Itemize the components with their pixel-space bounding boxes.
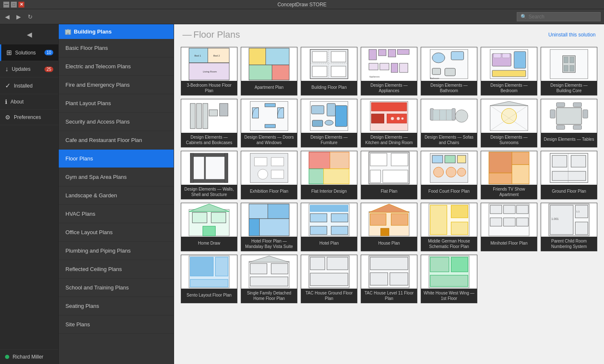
grid-item-3[interactable]: Building Floor Plan — [301, 47, 357, 96]
uninstall-link[interactable]: Uninstall this solution — [548, 32, 596, 38]
grid-item-18[interactable]: Flat Plan — [361, 151, 417, 199]
nav-item-cafe[interactable]: Cafe and Restaurant Floor Plan — [59, 131, 174, 150]
grid-item-31[interactable]: TAC House Ground Floor Plan — [301, 255, 357, 303]
sidebar-item-about[interactable]: ℹ About — [0, 94, 58, 110]
grid-item-24[interactable]: Hotel Plan — [301, 203, 357, 251]
grid-item-26[interactable]: Middle German House Schematic Floor Plan — [421, 203, 477, 251]
nav-item-plumbing[interactable]: Plumbing and Piping Plans — [59, 242, 174, 260]
nav-item-office[interactable]: Office Layout Plans — [59, 223, 174, 242]
grid-item-13[interactable]: Design Elements — Sunrooms — [481, 99, 537, 147]
grid-item-22[interactable]: Home Draw — [181, 203, 237, 251]
grid-item-28[interactable]: 1.0011.1Parent Child Room Numbering Syst… — [541, 203, 597, 251]
grid-item-15[interactable]: Design Elements — Walls, Shell and Struc… — [181, 151, 237, 199]
svg-rect-82 — [557, 108, 582, 124]
back-button[interactable]: ◀ — [3, 12, 11, 22]
nav-item-seating[interactable]: Seating Plans — [59, 297, 174, 315]
grid-item-preview-7 — [541, 47, 597, 81]
sidebar-item-solutions[interactable]: ⊞ Solutions 10 — [0, 44, 58, 61]
search-input[interactable] — [528, 14, 596, 20]
nav-item-hvac[interactable]: HVAC Plans — [59, 205, 174, 223]
grid-item-label-26: Middle German House Schematic Floor Plan — [421, 237, 477, 251]
grid-item-12[interactable]: Design Elements — Sofas and Chairs — [421, 99, 477, 147]
nav-item-fire[interactable]: Fire and Emergency Plans — [59, 76, 174, 94]
sidebar-item-updates[interactable]: ↓ Updates 25 — [0, 61, 58, 77]
grid-item-label-10: Design Elements — Furniture — [301, 133, 357, 147]
grid-item-5[interactable]: BathroomDesign Elements — Bathroom — [421, 47, 477, 96]
svg-marker-78 — [490, 101, 528, 106]
close-button[interactable]: ✕ — [18, 2, 24, 8]
grid-item-33[interactable]: White House West Wing — 1st Floor — [421, 255, 477, 303]
grid-item-label-9: Design Elements — Doors and Windows — [241, 133, 297, 147]
maximize-button[interactable]: □ — [11, 2, 17, 8]
grid-item-2[interactable]: Apartment Plan — [241, 47, 297, 96]
nav-item-electric[interactable]: Electric and Telecom Plans — [59, 57, 174, 76]
svg-rect-176 — [327, 257, 348, 270]
grid-item-25[interactable]: House Plan — [361, 203, 417, 251]
sidebar-item-preferences[interactable]: ⚙ Preferences — [0, 110, 58, 125]
svg-rect-121 — [489, 173, 512, 184]
grid-item-8[interactable]: Design Elements — Cabinets and Bookcases — [181, 99, 237, 147]
svg-rect-156 — [490, 218, 502, 226]
grid-item-label-12: Design Elements — Sofas and Chairs — [421, 133, 477, 147]
svg-rect-24 — [369, 63, 378, 70]
minimize-button[interactable]: — — [3, 2, 9, 8]
sidebar-item-back[interactable]: ◀ — [0, 24, 58, 44]
grid-item-20[interactable]: Friends TV Show Apartment — [481, 151, 537, 199]
grid-item-29[interactable]: Sento Layout Floor Plan — [181, 255, 237, 303]
grid-item-4[interactable]: AppliancesDesign Elements — Appliances — [361, 47, 417, 96]
nav-item-security[interactable]: Security and Access Plans — [59, 113, 174, 131]
forward-button[interactable]: ▶ — [15, 12, 23, 22]
grid-item-27[interactable]: Minihotel Floor Plan — [481, 203, 537, 251]
svg-rect-23 — [398, 49, 409, 54]
grid-item-label-11: Design Elements — Kitchen and Dining Roo… — [361, 133, 417, 147]
svg-rect-50 — [209, 110, 218, 116]
grid-item-30[interactable]: Single Family Detached Home Floor Plan — [241, 255, 297, 303]
svg-point-114 — [434, 167, 444, 177]
svg-rect-113 — [458, 155, 466, 163]
svg-rect-86 — [573, 103, 582, 107]
grid-item-14[interactable]: Design Elements — Tables — [541, 99, 597, 147]
refresh-button[interactable]: ↻ — [26, 12, 34, 22]
svg-rect-26 — [391, 63, 398, 72]
sidebar-item-installed[interactable]: ✓ Installed — [0, 77, 58, 94]
grid-item-label-1: 3-Bedroom House Floor Plan — [181, 81, 237, 95]
grid-item-preview-14 — [541, 99, 597, 133]
svg-rect-31 — [451, 52, 464, 60]
grid-item-preview-9 — [241, 99, 297, 133]
svg-rect-119 — [512, 152, 529, 165]
search-icon: 🔍 — [521, 14, 527, 20]
grid-item-7[interactable]: Design Elements — Building Core — [541, 47, 597, 96]
nav-item-floor[interactable]: Floor Plans — [59, 150, 174, 168]
grid-item-32[interactable]: TAC House Level 11 Floor Plan — [361, 255, 417, 303]
nav-item-plant[interactable]: Plant Layout Plans — [59, 94, 174, 113]
grid-item-21[interactable]: Ground Floor Plan — [541, 151, 597, 199]
grid-item-preview-30 — [241, 255, 297, 289]
nav-item-school[interactable]: School and Training Plans — [59, 279, 174, 297]
svg-rect-179 — [370, 257, 408, 270]
nav-item-reflected[interactable]: Reflected Ceiling Plans — [59, 260, 174, 279]
grid-item-17[interactable]: Flat Interior Design — [301, 151, 357, 199]
svg-rect-99 — [271, 170, 284, 178]
nav-item-basic[interactable]: Basic Floor Plans — [59, 39, 174, 57]
grid-item-preview-29 — [181, 255, 237, 289]
svg-rect-151 — [451, 222, 468, 235]
grid-item-9[interactable]: Design Elements — Doors and Windows — [241, 99, 297, 147]
grid-item-19[interactable]: Food Court Floor Plan — [421, 151, 477, 199]
grid-item-10[interactable]: Design Elements — Furniture — [301, 99, 357, 147]
svg-rect-45 — [564, 65, 568, 71]
grid-item-label-31: TAC House Ground Floor Plan — [301, 289, 357, 303]
nav-item-site[interactable]: Site Plans — [59, 315, 174, 334]
svg-rect-150 — [451, 205, 468, 218]
grid-item-23[interactable]: Hotel Floor Plan — Mandalay Bay Vista Su… — [241, 203, 297, 251]
grid-item-6[interactable]: Design Elements — Bedroom — [481, 47, 537, 96]
grid-item-label-29: Sento Layout Floor Plan — [181, 289, 237, 301]
nav-item-landscape[interactable]: Landscape & Garden — [59, 186, 174, 205]
grid-item-11[interactable]: Design Elements — Kitchen and Dining Roo… — [361, 99, 417, 147]
nav-item-gym[interactable]: Gym and Spa Area Plans — [59, 168, 174, 186]
grid-item-label-32: TAC House Level 11 Floor Plan — [361, 289, 417, 303]
search-box[interactable]: 🔍 — [517, 12, 601, 21]
svg-point-116 — [458, 168, 466, 176]
svg-rect-43 — [564, 57, 568, 63]
grid-item-1[interactable]: Bed 1Bed 2Living Room3-Bedroom House Flo… — [181, 47, 237, 96]
grid-item-16[interactable]: Exhibition Floor Plan — [241, 151, 297, 199]
